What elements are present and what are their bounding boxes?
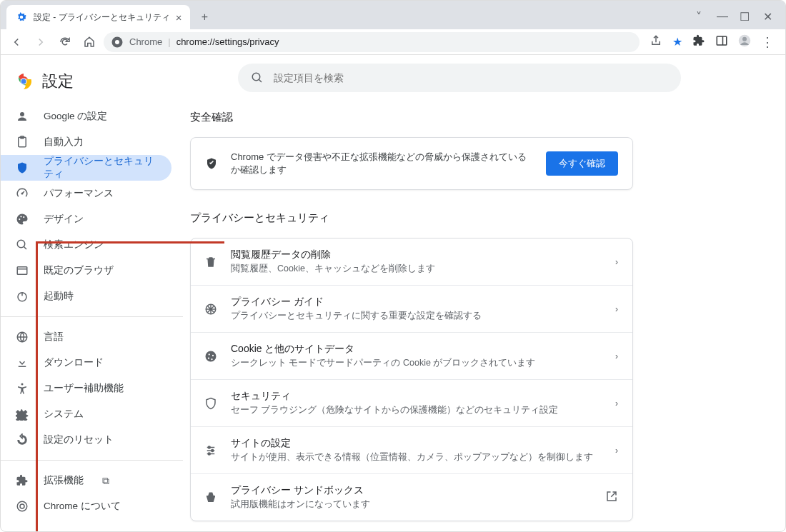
row-cookies[interactable]: Cookie と他のサイトデータシークレット モードでサードパーティの Cook…	[191, 332, 632, 379]
sidebar-item-system[interactable]: システム	[1, 401, 171, 427]
on-startup-icon	[15, 289, 29, 303]
gear-icon	[15, 11, 28, 24]
sidebar-item-default-browser[interactable]: 既定のブラウザ	[1, 258, 171, 283]
title-bar: 設定 - プライバシーとセキュリティ × + ˅ — ☐ ✕	[1, 1, 785, 29]
row-title: プライバシー ガイド	[231, 296, 602, 308]
sidebar-item-google[interactable]: Google の設定	[1, 104, 171, 129]
svg-line-27	[259, 79, 262, 82]
url-text: chrome://settings/privacy	[176, 36, 279, 47]
sidebar-item-label: ユーザー補助機能	[44, 382, 124, 395]
sidebar-item-extensions[interactable]: 拡張機能⧉	[1, 468, 171, 493]
row-privacy-guide[interactable]: プライバシー ガイドプライバシーとセキュリティに関する重要な設定を確認する›	[191, 285, 632, 332]
sidebar-item-search-engine[interactable]: 検索エンジン	[1, 232, 171, 258]
bookmark-star-icon[interactable]: ★	[672, 35, 682, 49]
svg-point-24	[17, 501, 27, 511]
accessibility-icon	[15, 381, 29, 396]
profile-avatar[interactable]	[738, 34, 751, 50]
svg-line-17	[24, 246, 26, 249]
safety-check-button[interactable]: 今すぐ確認	[546, 151, 618, 176]
sidebar-item-label: Chrome について	[44, 500, 121, 513]
svg-point-12	[21, 193, 23, 194]
main-panel: 安全確認 Chrome でデータ侵害や不正な拡張機能などの脅威から保護されている…	[183, 55, 785, 531]
maximize-icon[interactable]: ☐	[740, 10, 750, 24]
sidebar-item-label: パフォーマンス	[44, 187, 114, 200]
safety-heading: 安全確認	[190, 111, 728, 124]
autofill-icon	[15, 135, 29, 149]
home-button[interactable]	[79, 32, 99, 52]
menu-icon[interactable]: ⋮	[761, 34, 774, 50]
browser-toolbar: Chrome | chrome://settings/privacy ★ ⋮	[1, 29, 785, 55]
browser-tab[interactable]: 設定 - プライバシーとセキュリティ ×	[6, 5, 190, 29]
shield-icon	[205, 157, 218, 170]
appearance-icon	[15, 212, 29, 226]
content-area: 設定 Google の設定自動入力プライバシーとセキュリティパフォーマンスデザイ…	[1, 55, 785, 531]
languages-icon	[15, 330, 29, 344]
settings-search[interactable]	[238, 64, 681, 92]
search-engine-icon	[15, 238, 29, 252]
sidebar-item-label: 自動入力	[44, 136, 84, 149]
svg-point-25	[20, 504, 24, 508]
sidebar-item-label: 起動時	[44, 290, 74, 303]
svg-point-9	[20, 112, 24, 116]
reload-button[interactable]	[55, 32, 75, 52]
row-desc: プライバシーとセキュリティに関する重要な設定を確認する	[231, 310, 602, 322]
row-clear-data[interactable]: 閲覧履歴データの削除閲覧履歴、Cookie、キャッシュなどを削除します›	[191, 239, 632, 285]
sidebar-header: 設定	[1, 64, 183, 104]
sidebar-item-label: 設定のリセット	[44, 433, 114, 446]
sidebar-item-label: ダウンロード	[44, 356, 104, 369]
row-security[interactable]: セキュリティセーフ ブラウジング（危険なサイトからの保護機能）などのセキュリティ…	[191, 379, 632, 426]
secure-label: Chrome	[129, 36, 162, 47]
row-site-settings[interactable]: サイトの設定サイトが使用、表示できる情報（位置情報、カメラ、ポップアップなど）を…	[191, 426, 632, 473]
sidebar-item-autofill[interactable]: 自動入力	[1, 129, 171, 155]
open-external-icon: ⧉	[102, 475, 109, 487]
sidebar-item-privacy[interactable]: プライバシーとセキュリティ	[1, 155, 171, 181]
row-desc: 閲覧履歴、Cookie、キャッシュなどを削除します	[231, 263, 602, 275]
close-window-icon[interactable]: ✕	[762, 10, 772, 24]
back-button[interactable]	[6, 32, 26, 52]
side-panel-icon[interactable]	[715, 34, 728, 50]
chrome-logo-icon	[15, 73, 32, 90]
row-title: セキュリティ	[231, 390, 602, 403]
svg-point-1	[115, 40, 119, 44]
svg-point-5	[742, 36, 747, 41]
site-settings-icon	[204, 443, 218, 458]
sidebar-item-label: 既定のブラウザ	[44, 264, 114, 277]
close-tab-icon[interactable]: ×	[176, 11, 182, 24]
tab-title: 設定 - プライバシーとセキュリティ	[34, 11, 170, 24]
sidebar-item-on-startup[interactable]: 起動時	[1, 283, 171, 309]
chevron-right-icon: ›	[615, 351, 618, 361]
system-icon	[15, 407, 29, 421]
chevron-right-icon: ›	[615, 398, 618, 408]
sidebar-item-performance[interactable]: パフォーマンス	[1, 181, 171, 206]
row-title: Cookie と他のサイトデータ	[231, 343, 602, 356]
sidebar-item-downloads[interactable]: ダウンロード	[1, 350, 171, 376]
settings-title: 設定	[42, 71, 74, 92]
search-icon	[251, 71, 264, 84]
reset-icon	[15, 433, 29, 447]
share-icon[interactable]	[650, 34, 662, 50]
search-input[interactable]	[274, 72, 668, 84]
svg-point-33	[212, 449, 214, 451]
row-desc: 試用版機能はオンになっています	[231, 498, 592, 511]
privacy-icon	[15, 161, 29, 175]
svg-point-14	[20, 216, 21, 217]
clear-data-icon	[204, 255, 218, 269]
sidebar-item-accessibility[interactable]: ユーザー補助機能	[1, 376, 171, 401]
row-privacy-sandbox[interactable]: プライバシー サンドボックス試用版機能はオンになっています	[191, 473, 632, 521]
svg-point-8	[21, 79, 26, 84]
extensions-icon	[15, 473, 29, 488]
minimize-icon[interactable]: —	[717, 10, 727, 24]
extensions-icon[interactable]	[692, 34, 705, 50]
address-bar[interactable]: Chrome | chrome://settings/privacy	[104, 32, 640, 52]
sidebar-item-reset[interactable]: 設定のリセット	[1, 427, 171, 453]
sidebar-item-about[interactable]: Chrome について	[1, 493, 171, 519]
cookies-icon	[204, 349, 218, 363]
window-dropdown-icon[interactable]: ˅	[694, 10, 704, 24]
forward-button[interactable]	[31, 32, 51, 52]
sidebar-item-languages[interactable]: 言語	[1, 324, 171, 350]
sidebar-item-label: プライバシーとセキュリティ	[44, 155, 157, 181]
row-desc: セーフ ブラウジング（危険なサイトからの保護機能）などのセキュリティ設定	[231, 404, 602, 416]
svg-point-26	[252, 73, 260, 81]
sidebar-item-appearance[interactable]: デザイン	[1, 206, 171, 232]
new-tab-button[interactable]: +	[194, 7, 214, 27]
